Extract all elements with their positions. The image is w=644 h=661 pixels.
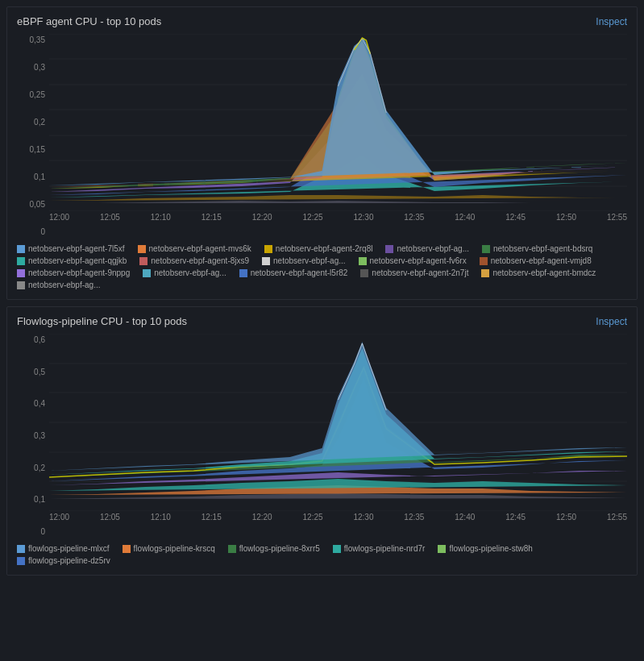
legend-color xyxy=(359,257,367,265)
legend-color xyxy=(17,557,25,565)
x-label: 12:20 xyxy=(252,213,272,222)
legend-label: netobserv-ebpf-agent-7l5xf xyxy=(28,244,125,253)
legend-item: netobserv-ebpf-agent-mvs6k xyxy=(138,244,251,253)
panel2-header: Flowlogs-pipeline CPU - top 10 pods Insp… xyxy=(17,315,627,327)
legend-label: flowlogs-pipeline-mlxcf xyxy=(28,544,110,553)
legend-label: netobserv-ebpf-agent-9nppg xyxy=(28,268,130,277)
x-label: 12:55 xyxy=(607,513,627,522)
legend-color xyxy=(438,545,446,553)
panel2-chart xyxy=(49,334,627,511)
y-label: 0,1 xyxy=(17,495,45,504)
x-label: 12:05 xyxy=(100,213,120,222)
legend-label: netobserv-ebpf-agent-bdsrq xyxy=(493,244,592,253)
legend-label: netobserv-ebpf-ag... xyxy=(154,268,226,277)
x-label: 12:15 xyxy=(202,213,222,222)
y-label: 0,4 xyxy=(17,399,45,408)
panel1-title: eBPF agent CPU - top 10 pods xyxy=(17,15,161,27)
x-label: 12:55 xyxy=(607,213,627,222)
panel2-title: Flowlogs-pipeline CPU - top 10 pods xyxy=(17,315,187,327)
y-label: 0,5 xyxy=(17,368,45,376)
x-label: 12:40 xyxy=(455,213,475,222)
x-label: 12:25 xyxy=(303,513,323,522)
panel2-legend: flowlogs-pipeline-mlxcfflowlogs-pipeline… xyxy=(17,544,627,565)
legend-color xyxy=(228,545,236,553)
x-label: 12:00 xyxy=(49,213,69,222)
legend-color xyxy=(139,257,147,265)
y-label: 0,35 xyxy=(17,35,45,44)
legend-color xyxy=(481,269,489,277)
legend-item: netobserv-ebpf-agent-2rq8l xyxy=(264,244,373,253)
x-label: 12:25 xyxy=(303,213,323,222)
legend-label: netobserv-ebpf-agent-vmjd8 xyxy=(491,256,592,265)
panel2-inspect-link[interactable]: Inspect xyxy=(596,316,627,327)
legend-item: flowlogs-pipeline-8xrr5 xyxy=(228,544,320,553)
x-label: 12:20 xyxy=(252,513,272,522)
legend-label: netobserv-ebpf-agent-2rq8l xyxy=(276,244,373,253)
x-label: 12:10 xyxy=(151,513,171,522)
legend-color xyxy=(239,269,247,277)
legend-item: netobserv-ebpf-ag... xyxy=(17,281,101,289)
legend-color xyxy=(17,269,25,277)
legend-color xyxy=(123,545,131,553)
panel1-inspect-link[interactable]: Inspect xyxy=(596,16,627,27)
legend-label: flowlogs-pipeline-nrd7r xyxy=(344,544,426,553)
panel1-chart xyxy=(49,34,627,211)
x-label: 12:35 xyxy=(404,213,424,222)
legend-label: flowlogs-pipeline-dz5rv xyxy=(28,556,110,565)
legend-color xyxy=(262,257,270,265)
legend-color xyxy=(360,269,368,277)
legend-item: netobserv-ebpf-agent-fv6rx xyxy=(359,256,467,265)
legend-color xyxy=(385,245,393,253)
legend-color xyxy=(17,257,25,265)
legend-item: netobserv-ebpf-agent-8jxs9 xyxy=(139,256,249,265)
legend-color xyxy=(143,269,151,277)
legend-item: netobserv-ebpf-ag... xyxy=(143,268,226,277)
legend-label: netobserv-ebpf-agent-l5r82 xyxy=(251,268,348,277)
legend-item: netobserv-ebpf-ag... xyxy=(385,244,469,253)
panel1-y-axis: 0,350,30,250,20,150,10,050 xyxy=(17,34,45,238)
legend-label: flowlogs-pipeline-8xrr5 xyxy=(239,544,320,553)
x-label: 12:35 xyxy=(404,513,424,522)
x-label: 12:05 xyxy=(100,513,120,522)
legend-label: netobserv-ebpf-ag... xyxy=(397,244,469,253)
legend-label: netobserv-ebpf-agent-fv6rx xyxy=(370,256,467,265)
panel1-chart-wrapper: 0,350,30,250,20,150,10,050 xyxy=(17,34,627,238)
legend-label: netobserv-ebpf-agent-bmdcz xyxy=(492,268,596,277)
panel2-x-axis: 12:0012:0512:1012:1512:2012:2512:3012:35… xyxy=(49,513,627,522)
legend-item: flowlogs-pipeline-nrd7r xyxy=(333,544,426,553)
y-label: 0 xyxy=(17,527,45,536)
legend-label: netobserv-ebpf-agent-mvs6k xyxy=(149,244,251,253)
legend-item: flowlogs-pipeline-mlxcf xyxy=(17,544,110,553)
legend-label: flowlogs-pipeline-krscq xyxy=(134,544,215,553)
legend-item: netobserv-ebpf-agent-bmdcz xyxy=(481,268,596,277)
legend-color xyxy=(264,245,272,253)
panel2-chart-wrapper: 0,60,50,40,30,20,10 xyxy=(17,334,627,538)
legend-color xyxy=(17,245,25,253)
legend-label: netobserv-ebpf-ag... xyxy=(28,281,101,289)
x-label: 12:10 xyxy=(151,213,171,222)
legend-item: netobserv-ebpf-agent-2n7jt xyxy=(360,268,468,277)
legend-color xyxy=(17,545,25,553)
legend-item: netobserv-ebpf-agent-7l5xf xyxy=(17,244,125,253)
legend-item: flowlogs-pipeline-krscq xyxy=(123,544,215,553)
legend-item: flowlogs-pipeline-dz5rv xyxy=(17,556,110,565)
legend-item: netobserv-ebpf-ag... xyxy=(262,256,346,265)
y-label: 0,3 xyxy=(17,63,45,72)
y-label: 0,05 xyxy=(17,200,45,209)
panel1-header: eBPF agent CPU - top 10 pods Inspect xyxy=(17,15,627,27)
panel1-x-axis: 12:0012:0512:1012:1512:2012:2512:3012:35… xyxy=(49,213,627,222)
legend-label: netobserv-ebpf-agent-8jxs9 xyxy=(151,256,249,265)
y-label: 0,3 xyxy=(17,431,45,440)
x-label: 12:00 xyxy=(49,513,69,522)
legend-color xyxy=(17,281,25,289)
y-label: 0,1 xyxy=(17,173,45,181)
legend-color xyxy=(138,245,146,253)
legend-item: netobserv-ebpf-agent-qgjkb xyxy=(17,256,127,265)
legend-color xyxy=(482,245,490,253)
y-label: 0,2 xyxy=(17,464,45,472)
x-label: 12:40 xyxy=(455,513,475,522)
y-label: 0,15 xyxy=(17,145,45,154)
panel-ebpf-cpu: eBPF agent CPU - top 10 pods Inspect 0,3… xyxy=(6,6,638,300)
legend-item: netobserv-ebpf-agent-l5r82 xyxy=(239,268,348,277)
legend-item: netobserv-ebpf-agent-9nppg xyxy=(17,268,130,277)
